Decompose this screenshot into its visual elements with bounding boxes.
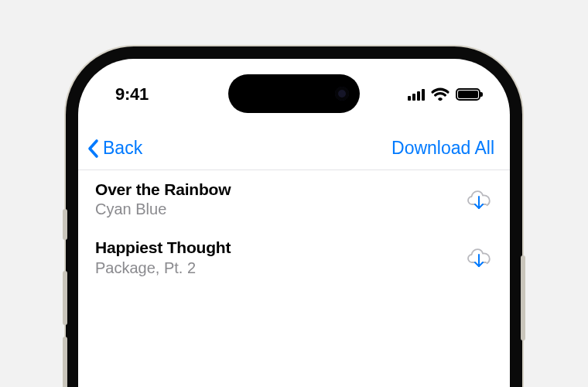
chevron-left-icon	[86, 138, 101, 159]
volume-up-button	[63, 271, 67, 325]
list-item[interactable]: Over the Rainbow Cyan Blue	[78, 170, 510, 228]
status-time: 9:41	[115, 84, 149, 104]
back-button[interactable]: Back	[86, 138, 142, 159]
status-bar: 9:41	[78, 59, 510, 118]
download-all-button[interactable]: Download All	[391, 138, 494, 159]
side-button	[521, 255, 525, 341]
item-title: Over the Rainbow	[95, 180, 231, 200]
list-item[interactable]: Happiest Thought Package, Pt. 2	[78, 228, 510, 286]
download-all-label: Download All	[391, 138, 494, 158]
battery-icon	[456, 88, 480, 101]
cloud-download-icon[interactable]	[465, 246, 493, 269]
item-title: Happiest Thought	[95, 238, 231, 258]
volume-down-button	[63, 337, 67, 387]
item-subtitle: Cyan Blue	[95, 200, 231, 219]
item-subtitle: Package, Pt. 2	[95, 259, 231, 278]
mute-switch	[63, 209, 67, 240]
screen: 9:41	[78, 59, 510, 387]
nav-bar: Back Download All	[78, 127, 510, 170]
downloads-list: Over the Rainbow Cyan Blue Happiest Thou…	[78, 170, 510, 287]
wifi-icon	[431, 87, 450, 101]
back-button-label: Back	[103, 138, 142, 159]
cloud-download-icon[interactable]	[465, 188, 493, 211]
phone-frame: 9:41	[66, 46, 522, 387]
cellular-signal-icon	[408, 88, 425, 101]
